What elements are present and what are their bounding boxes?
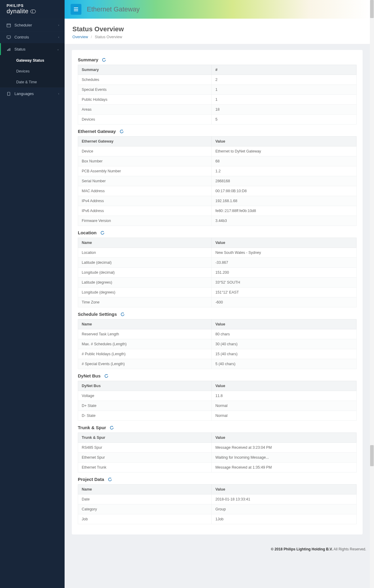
chevron-left-icon: ‹ [58,35,59,39]
scrollbar-thumb[interactable] [370,445,374,466]
data-table: Trunk & SpurValueRS485 SpurMessage Recei… [78,433,357,473]
table-row: Ethernet TrunkMessage Received at 1:35:4… [78,463,357,473]
refresh-icon[interactable] [120,129,124,134]
scrollbar-thumb[interactable] [370,0,374,18]
chevron-left-icon: ‹ [58,92,59,95]
table-row: Special Events1 [78,85,357,95]
section-header: Trunk & Spur [78,425,357,430]
status-card: SummarySummary#Schedules2Special Events1… [72,50,363,534]
cell-value: 5 (40 chars) [211,359,356,369]
cell-name: IPv4 Address [78,196,212,206]
sidebar-item-label: Status [14,47,26,51]
cell-name: Ethernet Trunk [78,463,212,473]
footer-copyright-rest: All Rights Reserved. [333,547,366,551]
table-row: Voltage11.8 [78,391,357,401]
table-row: Date2018-01-18 13:33:41 [78,494,357,504]
column-header-value: # [211,65,356,75]
table-row: Serial Number2868168 [78,176,357,186]
brand-logo: PHILIPS dynalite [0,0,65,19]
table-row: IPv6 Addressfe80::217:88ff:fe0b:10d8 [78,206,357,216]
cell-value[interactable]: 2 [211,75,356,85]
sidebar-item-languages[interactable]: Languages ‹ [0,88,65,100]
table-row: Areas18 [78,105,357,115]
cell-value: -600 [211,297,356,307]
status-submenu: Gateway Status Devices Date & Time [0,55,65,88]
brand-top: PHILIPS [7,4,58,8]
section-trunk: Trunk & SpurTrunk & SpurValueRS485 SpurM… [78,425,357,473]
table-row: CategoryGroup [78,504,357,514]
calendar-icon [7,23,11,27]
column-header-name: Trunk & Spur [78,433,212,443]
table-row: Longitude (decimal)151.200 [78,268,357,278]
sidebar-item-status[interactable]: Status ⌄ [0,43,65,55]
section-title: Summary [78,57,98,62]
table-row: Schedules2 [78,75,357,85]
monitor-icon [7,35,11,39]
breadcrumb-root[interactable]: Overview [72,35,88,39]
table-row: D+ StateNormal [78,401,357,411]
cell-value: 1Job [211,514,356,524]
table-row: IPv4 Address192.168.1.68 [78,196,357,206]
footer: © 2018 Philips Lighting Holding B.V. All… [65,543,374,556]
section-header: Location [78,230,357,235]
table-row: Ethernet SpurWaiting for Incoming Messag… [78,453,357,463]
refresh-icon[interactable] [108,477,112,482]
cell-value[interactable]: 5 [211,115,356,125]
sidebar-subitem-devices[interactable]: Devices [0,66,65,77]
sidebar-subitem-datetime[interactable]: Date & Time [0,77,65,88]
brand-icon [30,10,36,13]
column-header-value: Value [211,319,356,329]
section-header: DyNet Bus [78,373,357,378]
cell-name: Serial Number [78,176,212,186]
data-table: DyNet BusValueVoltage11.8D+ StateNormalD… [78,381,357,421]
sidebar-subitem-gateway-status[interactable]: Gateway Status [0,55,65,66]
cell-value: Ethernet to DyNet Gateway [211,146,356,156]
section-project: Project DataNameValueDate2018-01-18 13:3… [78,477,357,524]
column-header-name: Name [78,485,212,494]
cell-name: Public Holidays [78,95,212,105]
data-table: Summary#Schedules2Special Events1Public … [78,65,357,125]
refresh-icon[interactable] [102,58,106,62]
section-dynet: DyNet BusDyNet BusValueVoltage11.8D+ Sta… [78,373,357,421]
sidebar-item-controls[interactable]: Controls ‹ [0,31,65,43]
cell-value[interactable]: 1 [211,95,356,105]
cell-value: New South Wales - Sydney [211,248,356,258]
table-row: Firmware Version3.44b3 [78,216,357,226]
svg-rect-4 [7,50,8,51]
sidebar: PHILIPS dynalite Scheduler ‹ Controls [0,0,65,588]
section-header: Ethernet Gateway [78,129,357,134]
table-row: # Special Events (Length)5 (40 chars) [78,359,357,369]
sidebar-item-scheduler[interactable]: Scheduler ‹ [0,19,65,31]
refresh-icon[interactable] [100,231,105,235]
table-row: Max. # Schedules (Length)30 (40 chars) [78,339,357,349]
cell-value: -33.867 [211,258,356,268]
table-row: Devices5 [78,115,357,125]
chevron-left-icon: ‹ [58,23,59,27]
data-table: NameValueReserved Task Length80 charsMax… [78,319,357,369]
cell-value: 80 chars [211,329,356,339]
document-icon [7,92,11,96]
cell-name: Max. # Schedules (Length) [78,339,212,349]
refresh-icon[interactable] [104,374,108,378]
svg-rect-5 [8,49,9,51]
page-title: Status Overview [72,25,362,33]
cell-name: PCB Assembly Number [78,166,212,176]
cell-value: 15 (40 chars) [211,349,356,359]
refresh-icon[interactable] [110,426,114,430]
main-content: Ethernet Gateway Status Overview Overvie… [65,0,374,588]
cell-name: Areas [78,105,212,115]
menu-toggle-button[interactable] [71,4,81,15]
table-row: DeviceEthernet to DyNet Gateway [78,146,357,156]
cell-value: 33°52' SOUTH [211,278,356,288]
column-header-name: Name [78,238,212,248]
refresh-icon[interactable] [120,312,125,316]
section-schedule: Schedule SettingsNameValueReserved Task … [78,312,357,369]
cell-value[interactable]: 1 [211,85,356,95]
page-header: Status Overview Overview / Status Overvi… [65,19,370,44]
cell-name: Ethernet Spur [78,453,212,463]
scrollbar-track[interactable] [370,0,374,588]
cell-value[interactable]: 18 [211,105,356,115]
column-header-value: Value [211,433,356,443]
table-row: Time Zone-600 [78,297,357,307]
cell-name: Longitude (degrees) [78,288,212,297]
